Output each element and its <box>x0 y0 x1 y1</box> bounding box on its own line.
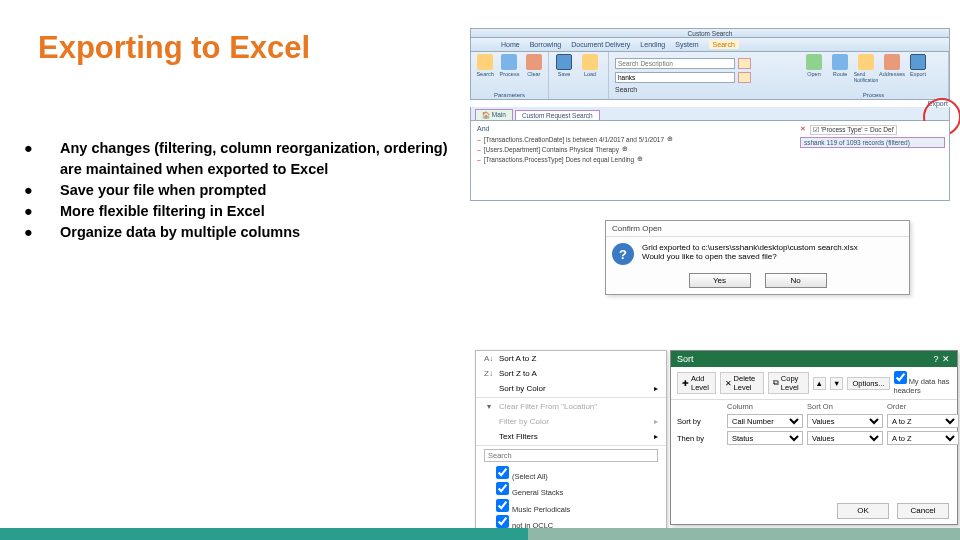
remove-icon[interactable]: – <box>477 146 481 153</box>
ribbon-search-group: Search <box>609 52 799 99</box>
col-header-sorton: Sort On <box>807 402 883 411</box>
ribbon-group-label: Process <box>803 92 944 99</box>
export-sublabel: Export <box>470 100 950 107</box>
filter-check-item[interactable]: General Stacks <box>496 482 656 498</box>
menu-item-lending[interactable]: Lending <box>640 41 665 48</box>
search-go-button-2[interactable] <box>738 72 751 83</box>
filter-status-box: ✕ ☑ 'Process Type' = Doc Del' sshank 119… <box>800 125 945 148</box>
filter-checklist: (Select All) General Stacks Music Period… <box>476 464 666 533</box>
remove-icon[interactable]: – <box>477 156 481 163</box>
text-filters-item[interactable]: Text Filters▸ <box>476 429 666 444</box>
save-icon <box>556 54 572 70</box>
move-down-button[interactable]: ▼ <box>830 377 843 390</box>
sort-za-item[interactable]: Z↓Sort Z to A <box>476 366 666 381</box>
sort-az-item[interactable]: A↓Sort A to Z <box>476 351 666 366</box>
filter-search-input[interactable] <box>484 449 658 462</box>
headers-checkbox[interactable]: My data has headers <box>894 371 951 395</box>
bullet-text: Any changes (filtering, column reorganiz… <box>60 138 460 180</box>
filter-check-item[interactable]: (Select All) <box>496 466 656 482</box>
dialog-message: Grid exported to c:\users\sshank\desktop… <box>642 243 858 261</box>
no-button[interactable]: No <box>765 273 827 288</box>
export-icon <box>910 54 926 70</box>
menu-item-borrowing[interactable]: Borrowing <box>530 41 562 48</box>
sorton-select[interactable]: Values <box>807 431 883 445</box>
bullet-icon: ● <box>20 201 60 222</box>
app-titlebar: Custom Search <box>470 28 950 38</box>
filter-chip[interactable]: ☑ 'Process Type' = Doc Del' <box>810 125 897 135</box>
menu-item-home[interactable]: Home <box>501 41 520 48</box>
cancel-button[interactable]: Cancel <box>897 503 949 519</box>
close-icon[interactable]: ✕ <box>941 354 951 364</box>
open-icon <box>806 54 822 70</box>
row-label: Then by <box>677 434 723 443</box>
search-query-input[interactable] <box>615 72 735 83</box>
remove-icon[interactable]: – <box>477 136 481 143</box>
route-button[interactable]: Route <box>829 54 851 84</box>
open-button[interactable]: Open <box>803 54 825 84</box>
addresses-button[interactable]: Addresses <box>881 54 903 84</box>
save-button[interactable]: Save <box>553 54 575 84</box>
notification-button[interactable]: Send Notification <box>855 54 877 84</box>
copy-level-button[interactable]: ⧉ Copy Level <box>768 372 809 394</box>
sorton-select[interactable]: Values <box>807 414 883 428</box>
export-button[interactable]: Export <box>907 54 929 84</box>
bullet-icon: ● <box>20 222 60 243</box>
bullet-icon: ● <box>20 180 60 201</box>
sort-asc-icon: A↓ <box>484 354 493 363</box>
criteria-row[interactable]: –[Transactions.ProcessType] Does not equ… <box>477 155 943 163</box>
yes-button[interactable]: Yes <box>689 273 751 288</box>
column-select[interactable]: Call Number <box>727 414 803 428</box>
dialog-title: Confirm Open <box>606 221 909 237</box>
sort-dialog-titlebar: Sort ?✕ <box>671 351 957 367</box>
sort-dialog-title: Sort <box>677 354 694 364</box>
process-button[interactable]: Process <box>499 54 519 84</box>
menu-item-document-delivery[interactable]: Document Delivery <box>571 41 630 48</box>
help-icon[interactable]: ? <box>931 354 941 364</box>
list-item: ● Save your file when prompted <box>20 180 460 201</box>
mail-icon <box>858 54 874 70</box>
clear-filter-item: ▾Clear Filter From "Location" <box>476 399 666 414</box>
confirm-open-dialog: Confirm Open ? Grid exported to c:\users… <box>605 220 910 295</box>
sort-toolbar: ✚ Add Level ✕ Delete Level ⧉ Copy Level … <box>671 367 957 400</box>
column-select[interactable]: Status <box>727 431 803 445</box>
tab-main[interactable]: 🏠 Main <box>475 109 513 120</box>
delete-level-button[interactable]: ✕ Delete Level <box>720 372 764 394</box>
order-select[interactable]: A to Z <box>887 431 959 445</box>
record-count-status: sshank 119 of 1093 records (filtered) <box>800 137 945 148</box>
ribbon-group-label: Parameters <box>475 92 544 99</box>
list-item: ● Any changes (filtering, column reorgan… <box>20 138 460 180</box>
tab-custom-search[interactable]: Custom Request Search <box>515 110 600 120</box>
app-menu: Home Borrowing Document Delivery Lending… <box>470 38 950 52</box>
ok-button[interactable]: OK <box>837 503 889 519</box>
order-select[interactable]: A to Z <box>887 414 959 428</box>
bullet-text: Save your file when prompted <box>60 180 460 201</box>
excel-sort-dialog: Sort ?✕ ✚ Add Level ✕ Delete Level ⧉ Cop… <box>670 350 958 525</box>
search-icon <box>477 54 493 70</box>
move-up-button[interactable]: ▲ <box>813 377 826 390</box>
question-icon: ? <box>612 243 634 265</box>
route-icon <box>832 54 848 70</box>
process-icon <box>501 54 517 70</box>
menu-item-system[interactable]: System <box>675 41 698 48</box>
clear-button[interactable]: Clear <box>524 54 544 84</box>
options-button[interactable]: Options... <box>847 377 889 390</box>
sort-level-row: Sort by Call Number Values A to Z <box>677 414 951 428</box>
search-go-button[interactable] <box>738 58 751 69</box>
search-button[interactable]: Search <box>475 54 495 84</box>
search-description-input[interactable] <box>615 58 735 69</box>
criteria-panel: And –[Transactions.CreationDate] is betw… <box>470 121 950 201</box>
app-window: Custom Search Home Borrowing Document De… <box>470 28 950 203</box>
filter-check-item[interactable]: Music Periodicals <box>496 499 656 515</box>
sort-color-item[interactable]: Sort by Color▸ <box>476 381 666 396</box>
ribbon-group-saveload: Save Load <box>549 52 609 99</box>
slide-title: Exporting to Excel <box>38 30 310 66</box>
add-level-button[interactable]: ✚ Add Level <box>677 372 716 394</box>
load-button[interactable]: Load <box>579 54 601 84</box>
close-chip-icon[interactable]: ✕ <box>800 125 806 135</box>
app-ribbon: Search Process Clear Parameters Save Loa… <box>470 52 950 100</box>
sort-levels-grid: Column Sort On Order Sort by Call Number… <box>671 400 957 450</box>
ribbon-group-process: Open Route Send Notification Addresses E… <box>799 52 949 99</box>
menu-item-search[interactable]: Search <box>709 40 739 49</box>
list-item: ● Organize data by multiple columns <box>20 222 460 243</box>
list-item: ● More flexible filtering in Excel <box>20 201 460 222</box>
